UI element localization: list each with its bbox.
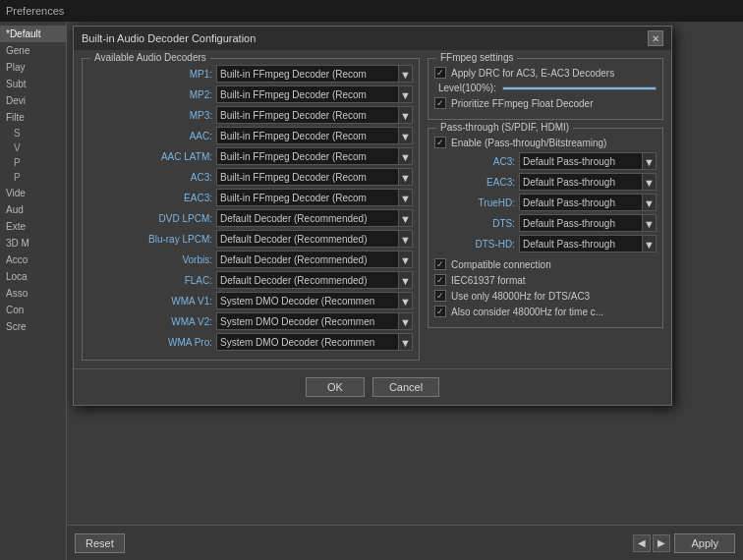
decoder-row-mp2: MP2: Built-in FFmpeg Decoder (Recom ▼ bbox=[88, 85, 413, 103]
enable-passthrough-row: Enable (Pass-through/Bitstreaming) bbox=[434, 137, 657, 148]
decoder-arrow-wmapro[interactable]: ▼ bbox=[398, 334, 412, 351]
sidebar-item-scre[interactable]: Scre bbox=[0, 318, 66, 335]
decoder-arrow-aac[interactable]: ▼ bbox=[398, 128, 412, 144]
decoder-select-vorbis[interactable]: Default Decoder (Recommended) ▼ bbox=[216, 251, 413, 268]
sidebar-item-vide[interactable]: Vide bbox=[0, 185, 66, 201]
decoder-arrow-mp3[interactable]: ▼ bbox=[398, 107, 412, 124]
passthrough-ac3-arrow[interactable]: ▼ bbox=[642, 153, 656, 170]
passthrough-truehd-row: TrueHD: Default Pass-through ▼ bbox=[434, 194, 657, 211]
decoder-arrow-bluray-lpcm[interactable]: ▼ bbox=[398, 231, 412, 248]
prioritize-checkbox[interactable] bbox=[434, 97, 446, 109]
decoder-arrow-mp2[interactable]: ▼ bbox=[398, 86, 412, 103]
passthrough-eac3-row: EAC3: Default Pass-through ▼ bbox=[434, 173, 657, 191]
decoder-value-vorbis: Default Decoder (Recommended) bbox=[217, 252, 398, 267]
passthrough-truehd-label: TrueHD: bbox=[464, 197, 515, 208]
sidebar-item-p1[interactable]: P bbox=[0, 155, 66, 170]
ok-button[interactable]: OK bbox=[306, 377, 365, 397]
decoder-row-dvd-lpcm: DVD LPCM: Default Decoder (Recommended) … bbox=[88, 209, 413, 227]
apply-drc-checkbox[interactable] bbox=[434, 67, 446, 79]
decoder-select-bluray-lpcm[interactable]: Default Decoder (Recommended) ▼ bbox=[216, 230, 413, 248]
sidebar-item-3dm[interactable]: 3D M bbox=[0, 235, 66, 252]
sidebar-item-exte[interactable]: Exte bbox=[0, 218, 66, 235]
decoder-select-wmav1[interactable]: System DMO Decoder (Recommen ▼ bbox=[216, 292, 413, 309]
passthrough-truehd-select[interactable]: Default Pass-through ▼ bbox=[519, 194, 657, 211]
passthrough-dts-row: DTS: Default Pass-through ▼ bbox=[434, 214, 657, 232]
passthrough-dtshd-arrow[interactable]: ▼ bbox=[642, 236, 656, 252]
passthrough-eac3-select[interactable]: Default Pass-through ▼ bbox=[519, 173, 657, 191]
decoder-select-aac-latm[interactable]: Built-in FFmpeg Decoder (Recom ▼ bbox=[216, 147, 413, 165]
decoder-select-mp2[interactable]: Built-in FFmpeg Decoder (Recom ▼ bbox=[216, 85, 413, 103]
use48k-checkbox[interactable] bbox=[434, 290, 446, 302]
decoder-row-vorbis: Vorbis: Default Decoder (Recommended) ▼ bbox=[88, 251, 413, 268]
decoder-row-wmav2: WMA V2: System DMO Decoder (Recommen ▼ bbox=[88, 312, 413, 330]
decoder-value-ac3: Built-in FFmpeg Decoder (Recom bbox=[217, 169, 398, 185]
dialog-close-button[interactable]: ✕ bbox=[648, 30, 663, 46]
decoder-select-eac3[interactable]: Built-in FFmpeg Decoder (Recom ▼ bbox=[216, 189, 413, 206]
decoder-select-flac[interactable]: Default Decoder (Recommended) ▼ bbox=[216, 271, 413, 289]
sidebar-item-gene[interactable]: Gene bbox=[0, 42, 66, 59]
consider48k-label: Also consider 48000Hz for time c... bbox=[451, 307, 603, 317]
passthrough-dtshd-value: Default Pass-through bbox=[520, 236, 642, 252]
ffmpeg-section: FFmpeg settings Apply DRC for AC3, E-AC3… bbox=[428, 58, 663, 120]
sidebar-item-p2[interactable]: P bbox=[0, 170, 66, 185]
right-panel: FFmpeg settings Apply DRC for AC3, E-AC3… bbox=[428, 58, 663, 361]
nav-prev-button[interactable]: ◀ bbox=[633, 534, 651, 552]
passthrough-dts-select[interactable]: Default Pass-through ▼ bbox=[519, 214, 657, 232]
decoder-arrow-aac-latm[interactable]: ▼ bbox=[398, 148, 412, 165]
decoder-arrow-vorbis[interactable]: ▼ bbox=[398, 252, 412, 268]
decoder-arrow-wmav1[interactable]: ▼ bbox=[398, 293, 412, 309]
decoder-select-mp3[interactable]: Built-in FFmpeg Decoder (Recom ▼ bbox=[216, 106, 413, 124]
passthrough-dtshd-select[interactable]: Default Pass-through ▼ bbox=[519, 235, 657, 252]
passthrough-eac3-arrow[interactable]: ▼ bbox=[642, 174, 656, 191]
decoder-arrow-mp1[interactable]: ▼ bbox=[398, 66, 412, 83]
decoder-select-dvd-lpcm[interactable]: Default Decoder (Recommended) ▼ bbox=[216, 209, 413, 227]
app-title: Preferences bbox=[6, 5, 64, 17]
sidebar-item-play[interactable]: Play bbox=[0, 59, 66, 76]
sidebar-item-asso[interactable]: Asso bbox=[0, 285, 66, 302]
passthrough-dts-arrow[interactable]: ▼ bbox=[642, 215, 656, 232]
sidebar-item-s[interactable]: S bbox=[0, 126, 66, 140]
decoder-label-flac: FLAC: bbox=[142, 275, 212, 286]
prioritize-label: Prioritize FFmpeg Float Decoder bbox=[451, 98, 594, 109]
sidebar-item-aud[interactable]: Aud bbox=[0, 201, 66, 218]
apply-button[interactable]: Apply bbox=[674, 533, 735, 553]
sidebar-item-default[interactable]: *Default bbox=[0, 26, 66, 42]
decoder-select-aac[interactable]: Built-in FFmpeg Decoder (Recom ▼ bbox=[216, 127, 413, 144]
decoder-value-dvd-lpcm: Default Decoder (Recommended) bbox=[217, 210, 398, 226]
main-footer: Reset ◀ ▶ Apply bbox=[67, 525, 743, 560]
decoder-arrow-dvd-lpcm[interactable]: ▼ bbox=[398, 210, 412, 227]
ffmpeg-section-title: FFmpeg settings bbox=[436, 52, 517, 63]
nav-next-button[interactable]: ▶ bbox=[653, 534, 670, 552]
sidebar-item-subt[interactable]: Subt bbox=[0, 76, 66, 92]
compatible-checkbox[interactable] bbox=[434, 258, 446, 270]
decoder-select-mp1[interactable]: Built-in FFmpeg Decoder (Recom ▼ bbox=[216, 65, 413, 83]
decoder-arrow-eac3[interactable]: ▼ bbox=[398, 190, 412, 206]
decoder-arrow-ac3[interactable]: ▼ bbox=[398, 169, 412, 186]
sidebar-item-acco[interactable]: Acco bbox=[0, 252, 66, 268]
app-window: Preferences *Default Gene Play Subt Devi… bbox=[0, 0, 743, 560]
decoder-select-wmav2[interactable]: System DMO Decoder (Recommen ▼ bbox=[216, 312, 413, 330]
decoder-select-wmapro[interactable]: System DMO Decoder (Recommen ▼ bbox=[216, 333, 413, 351]
reset-button[interactable]: Reset bbox=[75, 533, 125, 553]
decoder-value-wmav1: System DMO Decoder (Recommen bbox=[217, 293, 398, 308]
decoder-label-mp3: MP3: bbox=[142, 110, 212, 121]
passthrough-ac3-select[interactable]: Default Pass-through ▼ bbox=[519, 152, 657, 170]
decoder-arrow-flac[interactable]: ▼ bbox=[398, 272, 412, 289]
passthrough-section: Pass-through (S/PDIF, HDMI) Enable (Pass… bbox=[428, 128, 663, 328]
decoder-arrow-wmav2[interactable]: ▼ bbox=[398, 313, 412, 330]
cancel-button[interactable]: Cancel bbox=[372, 377, 439, 397]
sidebar-item-devi[interactable]: Devi bbox=[0, 92, 66, 109]
consider48k-checkbox[interactable] bbox=[434, 306, 446, 317]
sidebar-item-loca[interactable]: Loca bbox=[0, 268, 66, 285]
level-slider[interactable] bbox=[502, 86, 657, 90]
sidebar-item-v[interactable]: V bbox=[0, 140, 66, 155]
sidebar-item-filte[interactable]: Filte bbox=[0, 109, 66, 126]
passthrough-truehd-arrow[interactable]: ▼ bbox=[642, 195, 656, 211]
decoder-select-ac3[interactable]: Built-in FFmpeg Decoder (Recom ▼ bbox=[216, 168, 413, 186]
enable-passthrough-checkbox[interactable] bbox=[434, 137, 446, 148]
iec61937-checkbox[interactable] bbox=[434, 274, 446, 286]
decoder-row-aac-latm: AAC LATM: Built-in FFmpeg Decoder (Recom… bbox=[88, 147, 413, 165]
app-body: *Default Gene Play Subt Devi Filte S V bbox=[0, 22, 743, 560]
decoder-panel: Available Audio Decoders MP1: Built-in F… bbox=[82, 58, 420, 361]
sidebar-item-con[interactable]: Con bbox=[0, 302, 66, 318]
